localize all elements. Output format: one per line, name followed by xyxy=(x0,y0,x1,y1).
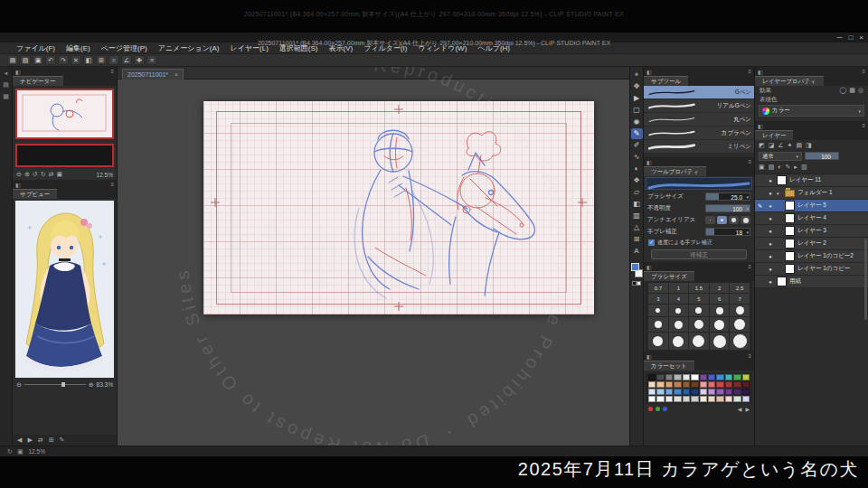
layer-row-8[interactable]: ●用紙 xyxy=(755,276,868,288)
color-swatch-13[interactable] xyxy=(656,381,664,388)
magnifier-tool[interactable]: ⌖ xyxy=(631,70,643,80)
color-swatch-7[interactable] xyxy=(708,374,715,380)
layer-clip-icon[interactable]: ◪ xyxy=(769,142,775,149)
nav-rotate-left-icon[interactable]: ↺ xyxy=(33,171,38,178)
layer-color-icon[interactable]: ◩ xyxy=(759,142,765,149)
close-button[interactable]: × xyxy=(859,33,863,42)
material-icon[interactable]: ▦ xyxy=(3,93,9,100)
color-swatch-20[interactable] xyxy=(716,381,723,388)
effect-border-icon[interactable]: ◯ xyxy=(839,86,846,95)
brush-size-10[interactable] xyxy=(669,305,689,316)
color-swatch-16[interactable] xyxy=(683,381,690,388)
antialias-option-3[interactable] xyxy=(741,216,750,224)
color-swatch-45[interactable] xyxy=(725,396,732,402)
status-rotate-icon[interactable]: ↻ xyxy=(7,448,13,455)
maximize-button[interactable]: □ xyxy=(848,33,853,42)
layer-visibility-icon[interactable]: ● xyxy=(767,254,774,259)
color-swatch-18[interactable] xyxy=(700,381,707,388)
nav-zoom-out-icon[interactable]: ⊖ xyxy=(16,171,22,178)
stabilization-caret-icon[interactable]: ▾ xyxy=(746,230,749,235)
layer-row-2[interactable]: ✎●レイヤー 5 xyxy=(755,200,868,212)
color-swatch-40[interactable] xyxy=(683,396,690,402)
color-swatch-44[interactable] xyxy=(716,396,723,402)
ruler-snap-icon[interactable]: ∠ xyxy=(121,55,132,65)
color-swatch-8[interactable] xyxy=(716,374,723,380)
blend-mode-dropdown[interactable]: 通常 ▾ xyxy=(759,152,802,161)
subtool-item-4[interactable]: ミリペン xyxy=(644,140,754,154)
color-swatch-30[interactable] xyxy=(700,389,707,395)
layer-row-3[interactable]: ●レイヤー 4 xyxy=(755,212,868,225)
menu-item-2[interactable]: ページ管理(P) xyxy=(96,42,153,53)
panel-options-icon[interactable]: ◧ xyxy=(646,69,652,75)
effect-tone-icon[interactable]: ▩ xyxy=(849,86,855,95)
brush-size-caret-icon[interactable]: ▾ xyxy=(746,195,749,200)
color-swatch-19[interactable] xyxy=(708,381,715,388)
color-swatch-9[interactable] xyxy=(725,374,732,380)
brush-size-2[interactable]: 2 xyxy=(710,283,730,293)
color-swatch-32[interactable] xyxy=(716,389,723,395)
layer-visibility-icon[interactable]: ● xyxy=(767,229,774,234)
decoration-tool[interactable]: ❖ xyxy=(631,175,643,186)
brush-size-17[interactable] xyxy=(730,305,750,316)
fill-tool[interactable]: ▥ xyxy=(631,211,643,221)
subview-next-icon[interactable]: ▶ xyxy=(27,436,32,444)
eyedropper-tool[interactable]: ◉ xyxy=(631,117,643,127)
mask-icon[interactable]: ◐ xyxy=(778,164,781,170)
panel-options-icon[interactable]: ◧ xyxy=(758,123,763,129)
layer-visibility-icon[interactable]: ● xyxy=(767,279,774,285)
settings-icon[interactable]: ≡ xyxy=(146,55,157,65)
set-as-draft-icon[interactable]: ✎ xyxy=(785,164,790,171)
special-ruler-icon[interactable]: ✚ xyxy=(134,55,145,65)
move-tool[interactable]: ✥ xyxy=(631,81,643,92)
layer-row-1[interactable]: ●▾フォルダー 1 xyxy=(755,187,868,200)
layer-opacity-input[interactable]: 100 xyxy=(805,152,839,160)
color-swatch-42[interactable] xyxy=(700,396,707,402)
layer-visibility-icon[interactable]: ● xyxy=(767,267,774,272)
color-swatch-34[interactable] xyxy=(733,389,741,395)
antialias-option-2[interactable] xyxy=(729,216,739,224)
color-swatch-11[interactable] xyxy=(742,374,750,380)
tab-tool-property[interactable]: ツールプロパティ xyxy=(644,166,706,176)
menu-item-3[interactable]: アニメーション(A) xyxy=(153,42,225,53)
pencil-tool[interactable]: ✐ xyxy=(631,140,643,151)
layer-visibility-icon[interactable]: ● xyxy=(767,203,774,209)
quick-access-icon[interactable]: ▤ xyxy=(3,81,9,89)
color-swatch-17[interactable] xyxy=(691,381,698,388)
document-tab[interactable]: 20250711001* × xyxy=(122,69,184,80)
color-swatch-10[interactable] xyxy=(733,374,741,380)
grid-icon[interactable]: ⊞ xyxy=(96,55,107,65)
folder-expander-icon[interactable]: ▾ xyxy=(777,191,782,196)
panel-menu-icon[interactable]: ≡ xyxy=(862,69,865,74)
color-indicator[interactable] xyxy=(631,263,643,277)
airbrush-tool[interactable]: ◐ xyxy=(631,164,643,174)
color-swatch-4[interactable] xyxy=(683,374,690,380)
brush-size-6[interactable]: 6 xyxy=(710,294,730,304)
color-swatch-31[interactable] xyxy=(708,389,715,395)
operation-tool[interactable]: ▶ xyxy=(631,93,643,104)
panel-options-icon[interactable]: ◧ xyxy=(646,159,652,165)
layer-row-6[interactable]: ●レイヤー 1のコピー2 xyxy=(755,250,868,263)
menu-item-1[interactable]: 編集(E) xyxy=(61,42,96,53)
delete-icon[interactable]: ✕ xyxy=(71,55,81,65)
color-swatch-14[interactable] xyxy=(665,381,673,388)
color-swatch-3[interactable] xyxy=(674,374,681,380)
navigator-thumbnail-next[interactable] xyxy=(15,144,114,167)
color-swatch-21[interactable] xyxy=(725,381,732,388)
tab-brush-size[interactable]: ブラシサイズ xyxy=(644,271,694,281)
open-file-icon[interactable]: ▨ xyxy=(20,55,31,65)
subtool-item-3[interactable]: カブラペン xyxy=(644,127,754,140)
brush-size-7[interactable]: 7 xyxy=(730,294,750,304)
antialias-option-0[interactable] xyxy=(705,216,715,224)
effect-extract-icon[interactable]: ◎ xyxy=(858,86,863,95)
navigator-thumbnail[interactable] xyxy=(15,89,114,139)
blend-tool[interactable]: ◧ xyxy=(631,199,643,210)
subview-zoom-slider[interactable] xyxy=(24,384,86,385)
brush-size-2.5[interactable]: 2.5 xyxy=(730,283,750,293)
color-swatch-23[interactable] xyxy=(742,381,750,388)
subview-image[interactable] xyxy=(15,201,114,378)
redo-icon[interactable]: ↷ xyxy=(58,55,69,65)
brush-size-90[interactable] xyxy=(730,333,750,350)
new-file-icon[interactable]: ▤ xyxy=(7,55,18,65)
panel-menu-icon[interactable]: ≡ xyxy=(110,182,114,187)
subview-zoom-in-icon[interactable]: ⊕ xyxy=(89,381,94,389)
